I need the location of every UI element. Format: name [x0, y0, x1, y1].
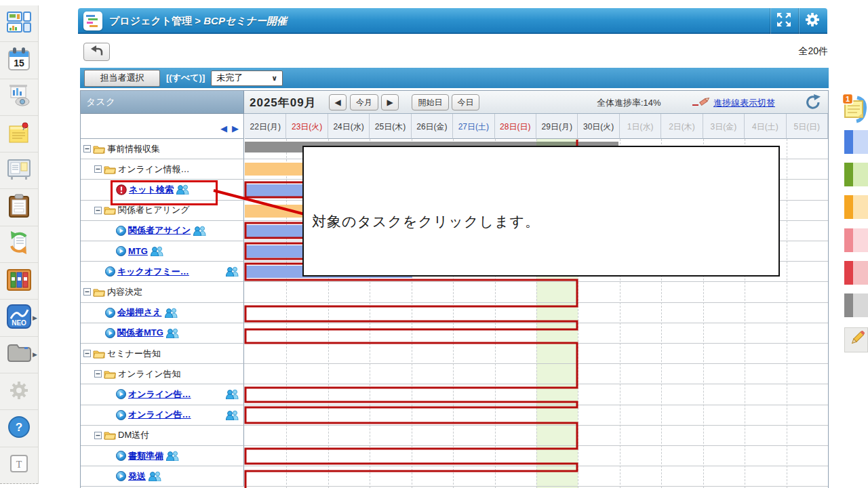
- task-status-icon: [116, 410, 126, 420]
- pencil-icon: [848, 331, 865, 350]
- fusen-tab-green[interactable]: [844, 163, 868, 186]
- assignees-icon[interactable]: [150, 246, 164, 256]
- sidebar-item-circulation[interactable]: [0, 226, 38, 263]
- start-date-button[interactable]: 開始日: [412, 94, 449, 110]
- sidebar-item-help[interactable]: ?: [0, 410, 38, 447]
- prev-month-button[interactable]: ◀: [329, 94, 347, 110]
- assignees-icon[interactable]: [193, 226, 207, 236]
- total-count: 全20件: [798, 45, 828, 58]
- task-row: セミナー告知: [80, 344, 244, 364]
- fusen-note-button[interactable]: 1: [842, 94, 868, 126]
- assignee-select-button[interactable]: 担当者選択: [84, 70, 160, 87]
- circulation-icon: [7, 230, 31, 258]
- folder-icon: [104, 165, 116, 174]
- task-row: オンライン告…: [80, 405, 244, 426]
- refresh-icon[interactable]: [805, 94, 821, 113]
- collapse-icon[interactable]: [83, 288, 91, 296]
- sidebar-item-folder[interactable]: ▶: [0, 337, 38, 373]
- sidebar-item-settings[interactable]: [0, 373, 38, 410]
- this-month-button[interactable]: 今月: [350, 94, 378, 110]
- assignees-icon[interactable]: [225, 410, 239, 420]
- folder-label: オンライン情報…: [118, 163, 190, 176]
- date-header-cell: 23日(火): [286, 114, 328, 139]
- neo-icon: NEO: [7, 304, 31, 331]
- gantt-toolbar: 2025年09月 ◀ 今月 ▶ 開始日 今日 全体進捗率:14% 進捗線表示切替: [244, 90, 829, 114]
- task-row: オンライン情報…: [80, 159, 244, 180]
- assignees-icon[interactable]: [148, 471, 162, 481]
- overall-progress-label: 全体進捗率:14%: [597, 97, 661, 109]
- fusen-tab-red[interactable]: [844, 261, 868, 285]
- memo-icon: [7, 121, 31, 147]
- task-link[interactable]: オンライン告…: [128, 409, 191, 421]
- text-tool-icon: T: [10, 455, 28, 475]
- sidebar-item-clipboard[interactable]: [0, 189, 38, 226]
- task-row: オンライン告…: [80, 384, 244, 405]
- next-month-button[interactable]: ▶: [381, 94, 399, 110]
- assignees-icon[interactable]: [164, 308, 178, 318]
- chart-row: [244, 323, 829, 344]
- collapse-icon[interactable]: [94, 165, 102, 173]
- task-link[interactable]: ネット検索: [129, 184, 174, 196]
- settings-button[interactable]: [798, 8, 826, 34]
- collapse-icon[interactable]: [83, 145, 91, 152]
- calendar-icon: 15: [7, 47, 31, 74]
- collapse-icon[interactable]: [94, 207, 102, 214]
- sidebar-item-cabinet[interactable]: [0, 263, 38, 300]
- current-month-label: 2025年09月: [250, 95, 317, 110]
- task-column-header: タスク: [80, 90, 244, 114]
- fullscreen-button[interactable]: [770, 8, 797, 34]
- task-link[interactable]: キックオフミー…: [117, 266, 189, 278]
- task-status-icon: [116, 451, 126, 461]
- sidebar-item-bulletin[interactable]: [0, 152, 38, 189]
- folder-icon: [93, 287, 105, 297]
- assignees-icon[interactable]: [165, 328, 180, 338]
- fusen-tab-pink[interactable]: [844, 228, 868, 252]
- collapse-icon[interactable]: [83, 350, 91, 357]
- task-link[interactable]: 書類準備: [128, 450, 163, 462]
- task-row: 発送: [80, 466, 244, 487]
- assignees-icon[interactable]: [176, 184, 190, 195]
- fusen-tab-blue[interactable]: [844, 130, 868, 154]
- task-row: ネット検索: [80, 180, 244, 200]
- collapse-icon[interactable]: [94, 370, 102, 378]
- today-button[interactable]: 今日: [452, 94, 479, 110]
- date-header-cell: 25日(木): [370, 114, 411, 139]
- task-link[interactable]: 発送: [128, 470, 146, 483]
- chart-row: [244, 426, 829, 446]
- task-link[interactable]: 会場押さえ: [117, 306, 162, 319]
- task-status-icon: [116, 226, 126, 236]
- progress-line-toggle-link[interactable]: 進捗線表示切替: [713, 97, 775, 109]
- callout-box: 対象のタスクをクリックします。: [302, 146, 780, 277]
- fusen-tab-gray[interactable]: [844, 293, 868, 317]
- fusen-pencil-button[interactable]: [844, 327, 868, 352]
- task-link[interactable]: MTG: [128, 246, 148, 256]
- folder-label: 関係者ヒアリング: [118, 204, 190, 216]
- task-link[interactable]: 関係者アサイン: [128, 224, 191, 237]
- back-arrow-icon: [90, 45, 104, 59]
- task-row: 関係者ヒアリング: [80, 201, 244, 221]
- sidebar-item-presentation[interactable]: [0, 79, 38, 116]
- gear-icon: [7, 379, 31, 405]
- sidebar-item-schedule[interactable]: 15: [0, 42, 38, 79]
- back-button[interactable]: [83, 43, 110, 61]
- sidebar-item-portal[interactable]: [0, 5, 38, 42]
- fusen-tab-orange[interactable]: [844, 195, 868, 219]
- date-header-cell: 2日(木): [661, 114, 703, 139]
- task-status-icon: [116, 471, 126, 481]
- assignees-icon[interactable]: [165, 451, 180, 461]
- status-filter-select[interactable]: 未完了 ∨: [211, 70, 283, 86]
- chart-row: [244, 282, 829, 302]
- task-status-icon: [105, 266, 115, 277]
- task-link[interactable]: オンライン告…: [128, 388, 191, 401]
- assignees-icon[interactable]: [225, 389, 239, 399]
- task-link[interactable]: 関係者MTG: [117, 327, 163, 339]
- date-pan-cell: ◀ ▶: [80, 114, 244, 139]
- sidebar-item-neo[interactable]: NEO ▶: [0, 300, 38, 336]
- pan-left-arrow[interactable]: ◀: [220, 124, 227, 133]
- pan-right-arrow[interactable]: ▶: [232, 124, 239, 133]
- collapse-icon[interactable]: [94, 432, 102, 439]
- assignees-icon[interactable]: [225, 266, 239, 277]
- gear-icon: [804, 11, 821, 31]
- sidebar-item-memo[interactable]: [0, 116, 38, 152]
- sidebar-item-text[interactable]: T: [0, 447, 38, 484]
